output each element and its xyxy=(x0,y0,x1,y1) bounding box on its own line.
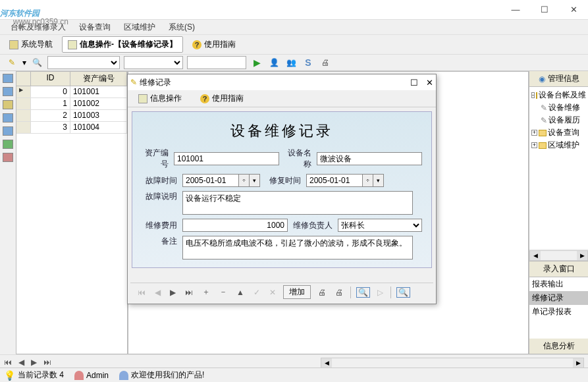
rec-prev-icon[interactable]: ◀ xyxy=(153,288,163,297)
menu-region[interactable]: 区域维护 xyxy=(119,20,161,34)
label-fault-desc: 故障说明 xyxy=(142,191,177,202)
fault-desc-textarea[interactable] xyxy=(182,191,413,215)
rec-del-icon[interactable]: － xyxy=(217,286,229,298)
help-icon: ? xyxy=(192,40,201,49)
bulb-icon: 💡 xyxy=(4,370,15,381)
table-row[interactable]: 1101002 xyxy=(16,98,127,110)
panel-icon-6[interactable] xyxy=(3,140,13,149)
panel-icon-7[interactable] xyxy=(3,153,13,162)
dialog-maximize-button[interactable]: ☐ xyxy=(410,78,418,88)
repair-record-dialog: ✎ 维修记录 ☐ ✕ 信息操作 ? 使用指南 设备维修记录 资产编号 设备名称 xyxy=(127,74,437,304)
tab-info-active[interactable]: 信息操作-【设备维修记录】 xyxy=(62,36,183,53)
fault-time-input[interactable] xyxy=(182,174,239,187)
tab-nav[interactable]: 系统导航 xyxy=(4,37,58,52)
fault-time-dropdown[interactable]: ▾ xyxy=(250,174,260,187)
nav-first-icon[interactable]: ⏮ xyxy=(4,358,12,367)
minimize-button[interactable]: — xyxy=(501,1,530,19)
tab-nav-label: 系统导航 xyxy=(21,39,53,50)
rec-add-icon[interactable]: ＋ xyxy=(200,286,212,298)
table-row[interactable]: 2101003 xyxy=(16,110,127,122)
panel-icon-5[interactable] xyxy=(3,126,13,136)
repair-cost-input[interactable] xyxy=(182,219,288,232)
tree-scrollbar[interactable]: ◀▶ xyxy=(529,250,588,261)
inspect2-icon[interactable]: 🔍 xyxy=(396,287,410,298)
play2-icon[interactable]: ▷ xyxy=(375,288,385,297)
print1-icon[interactable]: 🖨 xyxy=(316,288,328,297)
list-item[interactable]: 单记录报表 xyxy=(529,305,588,319)
status-bar: 💡当前记录数 4 Admin 欢迎使用我们的产品! xyxy=(0,368,588,382)
panel-icon-3[interactable] xyxy=(3,100,13,109)
main-toolbar: ✎ ▾ 🔍 ▶ 👤 👥 S 🖨 xyxy=(0,54,588,71)
user-icon xyxy=(74,371,84,380)
device-name-input[interactable] xyxy=(317,152,422,165)
form-title: 设备维修记录 xyxy=(142,117,422,148)
remark-textarea[interactable] xyxy=(182,236,413,259)
print2-icon[interactable]: 🖨 xyxy=(333,288,345,297)
menu-query[interactable]: 设备查询 xyxy=(74,20,116,34)
help-icon: ? xyxy=(200,94,209,103)
list-item[interactable]: 报表输出 xyxy=(529,277,588,291)
refresh-icon[interactable]: S xyxy=(302,56,315,69)
close-button[interactable]: ✕ xyxy=(559,1,588,19)
grid-header-id[interactable]: ID xyxy=(31,72,70,86)
menu-ledger[interactable]: 台帐及维修录入 xyxy=(5,20,71,34)
rec-cancel-icon[interactable]: ✕ xyxy=(267,288,278,297)
run-icon[interactable]: ▶ xyxy=(250,56,263,69)
label-device-name: 设备名称 xyxy=(284,148,311,170)
right-header-label: 管理信息 xyxy=(548,73,579,84)
panel-icon-4[interactable] xyxy=(3,113,13,123)
list-header-input: 录入窗口 xyxy=(529,261,588,277)
dialog-icon: ✎ xyxy=(130,78,137,87)
rec-last-icon[interactable]: ⏭ xyxy=(183,288,195,297)
nav-icon xyxy=(9,40,18,49)
edit-icon[interactable]: ✎ xyxy=(5,56,18,69)
repair-owner-select[interactable]: 张科长 xyxy=(338,219,422,232)
rec-first-icon[interactable]: ⏮ xyxy=(136,288,147,297)
nav-last-icon[interactable]: ⏭ xyxy=(43,358,51,367)
add-button[interactable]: 增加 xyxy=(283,285,311,299)
user1-icon[interactable]: 👤 xyxy=(267,56,281,69)
tab-help[interactable]: ? 使用指南 xyxy=(187,37,241,52)
label-repair-owner: 维修负责人 xyxy=(293,220,333,231)
tab-info-label: 信息操作-【设备维修记录】 xyxy=(80,39,177,50)
fix-time-dropdown[interactable]: ▾ xyxy=(373,174,384,187)
modal-tab-info[interactable]: 信息操作 xyxy=(133,91,187,106)
combo-operator[interactable] xyxy=(124,56,183,69)
maximize-button[interactable]: ☐ xyxy=(530,1,559,19)
list-item[interactable]: 维修记录 xyxy=(529,291,588,305)
tree-node[interactable]: +区域维护 xyxy=(531,139,586,151)
fix-time-spinner[interactable]: ÷ xyxy=(363,174,373,187)
print-icon[interactable]: 🖨 xyxy=(319,56,332,69)
right-panel: ◉ 管理信息 -设备台帐及维 ✎设备维修 ✎设备履历 +设备查询 +区域维护 ◀… xyxy=(529,71,588,354)
modal-toolbar: ⏮ ◀ ▶ ⏭ ＋ － ▲ ✓ ✕ 增加 🖨 🖨 🔍 ▷ 🔍 xyxy=(130,283,433,301)
rec-next-icon[interactable]: ▶ xyxy=(168,288,178,297)
status-user: Admin xyxy=(86,371,109,380)
rec-edit-icon[interactable]: ▲ xyxy=(234,288,246,297)
search-value-input[interactable] xyxy=(187,56,246,69)
nav-next-icon[interactable]: ▶ xyxy=(31,358,37,367)
fault-time-spinner[interactable]: ÷ xyxy=(239,174,250,187)
nav-prev-icon[interactable]: ◀ xyxy=(18,358,24,367)
tree-node[interactable]: ✎设备维修 xyxy=(531,101,586,114)
menu-system[interactable]: 系统(S) xyxy=(163,20,200,34)
user2-icon[interactable]: 👥 xyxy=(284,56,298,69)
table-row[interactable]: 0101001 xyxy=(16,86,127,98)
combo-field[interactable] xyxy=(47,56,120,69)
panel-icon-1[interactable] xyxy=(3,74,13,83)
tree-node[interactable]: +设备查询 xyxy=(531,126,586,139)
panel-icon-2[interactable] xyxy=(3,87,13,96)
grid-header-asset[interactable]: 资产编号 xyxy=(70,72,127,86)
dialog-close-button[interactable]: ✕ xyxy=(426,78,433,88)
fix-time-input[interactable] xyxy=(306,174,363,187)
table-row[interactable]: 3101004 xyxy=(16,122,127,134)
rec-ok-icon[interactable]: ✓ xyxy=(252,288,262,297)
label-fix-time: 修复时间 xyxy=(265,175,301,186)
inspect-icon[interactable]: 🔍 xyxy=(356,287,370,298)
tree-node[interactable]: -设备台帐及维 xyxy=(531,89,586,101)
search-icon[interactable]: 🔍 xyxy=(30,56,43,69)
asset-no-input[interactable] xyxy=(174,152,279,165)
modal-tab-help[interactable]: ? 使用指南 xyxy=(195,91,249,106)
tree-node[interactable]: ✎设备履历 xyxy=(531,114,586,126)
nav-tree: -设备台帐及维 ✎设备维修 ✎设备履历 +设备查询 +区域维护 xyxy=(529,87,588,249)
main-h-scrollbar[interactable]: ◀▶ xyxy=(321,358,584,368)
